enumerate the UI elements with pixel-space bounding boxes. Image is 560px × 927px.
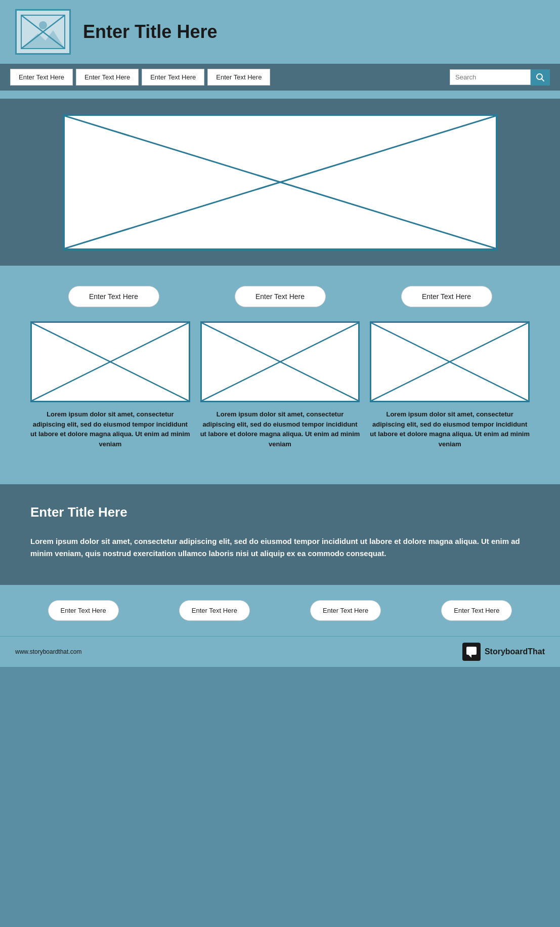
card-image-3 — [370, 321, 530, 402]
card-image-2 — [200, 321, 360, 402]
nav-item-3[interactable]: Enter Text Here — [142, 69, 204, 86]
card-text-3: Lorem ipsum dolor sit amet, consectetur … — [370, 409, 530, 449]
svg-marker-20 — [468, 655, 471, 658]
search-button[interactable] — [531, 69, 550, 86]
cards-buttons-row: Enter Text Here Enter Text Here Enter Te… — [30, 286, 530, 307]
cards-row: Lorem ipsum dolor sit amet, consectetur … — [30, 321, 530, 449]
page-title: Enter Title Here — [83, 21, 217, 43]
dark-section-body: Lorem ipsum dolor sit amet, consectetur … — [30, 535, 530, 560]
speech-bubble-icon — [465, 646, 478, 658]
search-icon — [536, 73, 545, 82]
search-container — [450, 69, 550, 86]
logo-image — [15, 9, 71, 55]
svg-point-3 — [39, 21, 47, 29]
nav-bar: Enter Text Here Enter Text Here Enter Te… — [0, 64, 560, 91]
card-2: Lorem ipsum dolor sit amet, consectetur … — [200, 321, 360, 449]
nav-item-2[interactable]: Enter Text Here — [76, 69, 139, 86]
divider — [0, 91, 560, 99]
card-text-2: Lorem ipsum dolor sit amet, consectetur … — [200, 409, 360, 449]
header: Enter Title Here — [0, 0, 560, 64]
footer-btn-4[interactable]: Enter Text Here — [441, 600, 512, 621]
card-1: Lorem ipsum dolor sit amet, consectetur … — [30, 321, 190, 449]
bottom-bar: www.storyboardthat.com StoryboardThat — [0, 636, 560, 667]
card-3: Lorem ipsum dolor sit amet, consectetur … — [370, 321, 530, 449]
hero-section — [0, 99, 560, 266]
svg-line-6 — [542, 78, 544, 81]
card-button-2[interactable]: Enter Text Here — [235, 286, 326, 307]
footer-nav: Enter Text Here Enter Text Here Enter Te… — [0, 585, 560, 636]
search-input[interactable] — [450, 69, 531, 85]
footer-btn-1[interactable]: Enter Text Here — [48, 600, 119, 621]
brand-logo: StoryboardThat — [462, 643, 545, 661]
card-text-1: Lorem ipsum dolor sit amet, consectetur … — [30, 409, 190, 449]
nav-item-4[interactable]: Enter Text Here — [207, 69, 270, 86]
hero-image-placeholder — [63, 114, 498, 250]
dark-section: Enter Title Here Lorem ipsum dolor sit a… — [0, 484, 560, 585]
website-url: www.storyboardthat.com — [15, 648, 81, 655]
card-image-1 — [30, 321, 190, 402]
cards-section: Enter Text Here Enter Text Here Enter Te… — [0, 266, 560, 484]
dark-section-title: Enter Title Here — [30, 504, 530, 520]
footer-btn-3[interactable]: Enter Text Here — [310, 600, 381, 621]
nav-item-1[interactable]: Enter Text Here — [10, 69, 73, 86]
brand-icon — [462, 643, 481, 661]
svg-rect-19 — [466, 647, 477, 655]
brand-name: StoryboardThat — [485, 647, 545, 656]
card-button-1[interactable]: Enter Text Here — [68, 286, 159, 307]
footer-btn-2[interactable]: Enter Text Here — [179, 600, 250, 621]
card-button-3[interactable]: Enter Text Here — [401, 286, 492, 307]
